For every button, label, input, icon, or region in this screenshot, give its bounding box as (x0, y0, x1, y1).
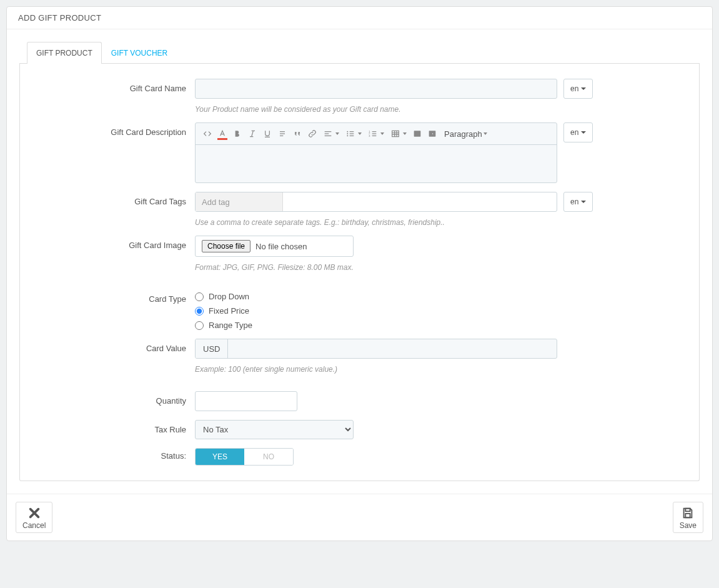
numbered-list-icon[interactable]: 123 (365, 127, 387, 141)
card-value-group: USD (195, 339, 557, 359)
svg-rect-31 (686, 514, 690, 517)
label-quantity: Quantity (32, 391, 195, 411)
card-value-input[interactable] (228, 339, 557, 358)
chevron-down-icon (380, 132, 384, 135)
svg-line-2 (252, 131, 254, 136)
help-card-value: Example: 100 (enter single numeric value… (195, 365, 687, 374)
cancel-button[interactable]: Cancel (16, 502, 52, 533)
svg-rect-30 (686, 509, 690, 512)
rich-text-editor: 123 Paragraph (195, 122, 557, 183)
underline-icon[interactable] (260, 127, 274, 141)
label-gift-card-image: Gift Card Image (32, 236, 195, 272)
help-gift-card-name: Your Product name will be considered as … (195, 105, 687, 114)
link-icon[interactable] (305, 127, 319, 141)
bullet-list-icon[interactable] (343, 127, 364, 141)
currency-addon: USD (196, 339, 228, 358)
chevron-down-icon (403, 132, 407, 135)
lang-selector-description[interactable]: en (563, 122, 593, 142)
label-gift-card-description: Gift Card Description (32, 122, 195, 183)
tags-placeholder: Add tag (196, 192, 283, 211)
help-tags: Use a comma to create separate tags. E.g… (195, 218, 687, 227)
tab-content: Gift Card Name en Your Product name will… (19, 64, 700, 481)
close-icon (27, 506, 41, 520)
video-icon[interactable] (425, 127, 439, 141)
label-gift-card-name: Gift Card Name (32, 79, 195, 114)
svg-text:3: 3 (369, 134, 370, 137)
svg-point-12 (347, 135, 348, 136)
tab-gift-voucher[interactable]: GIFT VOUCHER (102, 42, 177, 64)
status-no[interactable]: NO (244, 449, 293, 465)
image-icon[interactable] (410, 127, 424, 141)
status-yes[interactable]: YES (196, 449, 244, 465)
label-status: Status: (32, 448, 195, 466)
file-input-wrap: Choose file No file chosen (195, 236, 354, 257)
font-color-icon[interactable] (216, 127, 229, 141)
lang-code: en (570, 84, 578, 93)
tags-input[interactable]: Add tag (195, 192, 557, 212)
status-toggle[interactable]: YES NO (195, 448, 294, 466)
tab-gift-product[interactable]: GIFT PRODUCT (27, 42, 102, 64)
radio-fixed-price[interactable]: Fixed Price (195, 306, 687, 316)
editor-toolbar: 123 Paragraph (196, 123, 557, 145)
radio-range-type[interactable]: Range Type (195, 321, 687, 330)
label-card-type: Card Type (32, 289, 195, 330)
label-gift-card-tags: Gift Card Tags (32, 192, 195, 227)
italic-icon[interactable] (245, 127, 259, 141)
bold-icon[interactable] (231, 127, 244, 141)
chevron-down-icon (581, 131, 586, 134)
align-icon[interactable] (320, 127, 342, 141)
svg-rect-27 (414, 131, 421, 136)
clear-format-icon[interactable] (275, 127, 289, 141)
label-tax-rule: Tax Rule (32, 420, 195, 439)
help-image: Format: JPG, GIF, PNG. Filesize: 8.00 MB… (195, 263, 687, 272)
add-gift-product-panel: ADD GIFT PRODUCT GIFT PRODUCT GIFT VOUCH… (6, 6, 713, 541)
save-button[interactable]: Save (673, 502, 703, 533)
quote-icon[interactable] (290, 127, 304, 141)
svg-point-11 (347, 133, 348, 134)
tabs: GIFT PRODUCT GIFT VOUCHER (19, 42, 700, 64)
tax-rule-select[interactable]: No Tax (195, 420, 354, 439)
quantity-input[interactable] (195, 391, 297, 411)
svg-rect-22 (392, 131, 399, 136)
panel-footer: Cancel Save (7, 494, 712, 541)
chevron-down-icon (581, 87, 586, 90)
editor-body[interactable] (196, 145, 557, 182)
svg-point-10 (347, 131, 348, 132)
radio-dropdown[interactable]: Drop Down (195, 292, 687, 301)
chevron-down-icon (483, 132, 487, 135)
code-view-icon[interactable] (201, 127, 214, 141)
label-card-value: Card Value (32, 339, 195, 374)
lang-selector-name[interactable]: en (563, 79, 593, 99)
paragraph-format-button[interactable]: Paragraph (440, 127, 491, 141)
lang-selector-tags[interactable]: en (563, 192, 593, 212)
gift-card-name-input[interactable] (195, 79, 557, 99)
chevron-down-icon (358, 132, 362, 135)
file-status: No file chosen (255, 242, 307, 251)
chevron-down-icon (335, 132, 339, 135)
table-icon[interactable] (388, 127, 409, 141)
chevron-down-icon (581, 201, 586, 203)
save-icon (681, 506, 695, 520)
panel-title: ADD GIFT PRODUCT (7, 7, 712, 29)
choose-file-button[interactable]: Choose file (202, 240, 250, 252)
